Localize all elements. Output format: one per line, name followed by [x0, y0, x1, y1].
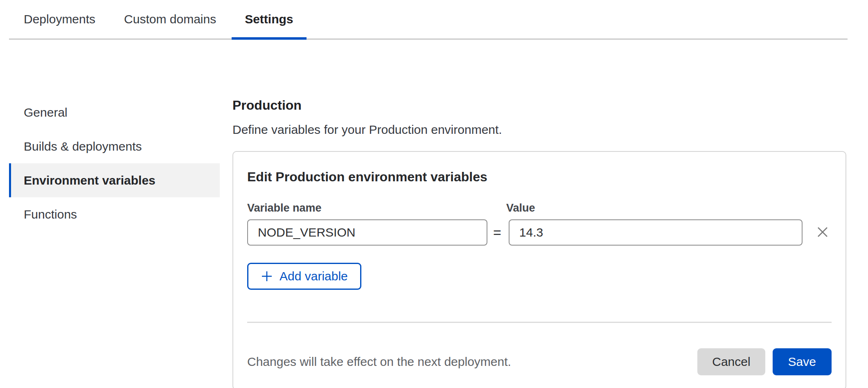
value-label: Value: [506, 202, 535, 214]
page-title: Production: [232, 97, 846, 113]
settings-sidebar: General Builds & deployments Environment…: [9, 95, 220, 231]
top-tab-bar: Deployments Custom domains Settings: [9, 0, 848, 40]
sidebar-item-builds-deployments[interactable]: Builds & deployments: [9, 129, 220, 163]
remove-variable-button[interactable]: [814, 224, 831, 241]
save-button[interactable]: Save: [773, 348, 832, 375]
cancel-button[interactable]: Cancel: [697, 348, 765, 375]
card-title: Edit Production environment variables: [247, 169, 832, 185]
main-content: Production Define variables for your Pro…: [232, 97, 846, 388]
add-variable-label: Add variable: [280, 269, 348, 283]
variable-row: =: [247, 219, 832, 246]
pages-settings-page: Deployments Custom domains Settings Gene…: [0, 0, 868, 388]
footer-note: Changes will take effect on the next dep…: [247, 355, 511, 369]
variable-value-input[interactable]: [509, 219, 803, 246]
page-subtitle: Define variables for your Production env…: [232, 122, 846, 138]
plus-icon: [261, 270, 273, 282]
environment-variables-card: Edit Production environment variables Va…: [232, 151, 846, 388]
tab-deployments[interactable]: Deployments: [24, 0, 95, 38]
sidebar-item-general[interactable]: General: [9, 95, 220, 129]
tab-settings[interactable]: Settings: [245, 0, 293, 38]
footer-actions: Cancel Save: [697, 348, 832, 375]
variable-name-label: Variable name: [247, 202, 506, 214]
card-footer: Changes will take effect on the next dep…: [247, 348, 832, 375]
close-icon: [816, 225, 830, 240]
tab-custom-domains[interactable]: Custom domains: [124, 0, 216, 38]
card-divider: [247, 322, 832, 323]
variable-name-input[interactable]: [247, 219, 487, 246]
sidebar-item-environment-variables[interactable]: Environment variables: [9, 163, 220, 197]
field-labels-row: Variable name Value: [247, 202, 832, 214]
sidebar-item-functions[interactable]: Functions: [9, 197, 220, 231]
add-variable-button[interactable]: Add variable: [247, 263, 361, 290]
equals-sign: =: [493, 225, 501, 241]
